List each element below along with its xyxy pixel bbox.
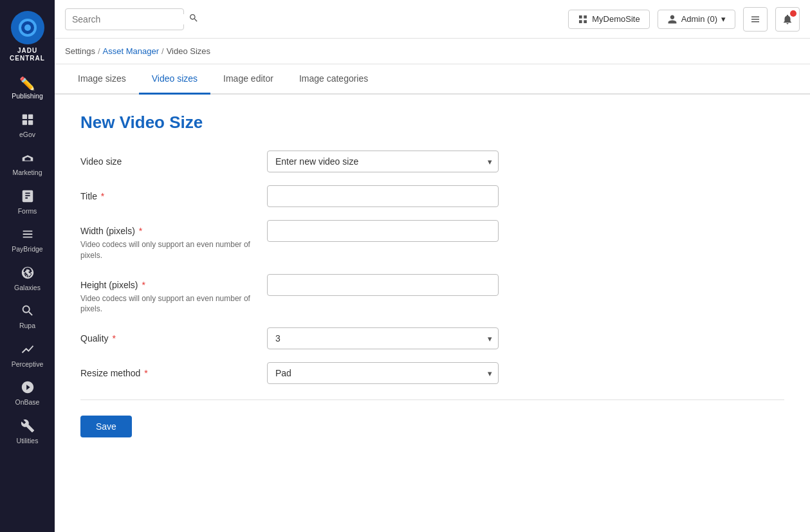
svg-rect-1 (28, 114, 32, 118)
rupa-icon (21, 304, 35, 320)
svg-rect-6 (584, 15, 587, 19)
svg-rect-3 (28, 120, 32, 124)
sidebar-logo[interactable]: JADU CENTRAL (0, 0, 55, 71)
video-size-select[interactable]: Enter new video size (267, 151, 499, 172)
sidebar: JADU CENTRAL ✏️ Publishing eGov Marketin… (0, 0, 55, 532)
galaxies-icon (21, 266, 35, 282)
tab-image-categories[interactable]: Image categories (286, 64, 381, 95)
tabs-bar: Image sizes Video sizes Image editor Ima… (55, 64, 810, 95)
width-input[interactable] (267, 220, 499, 242)
form-container: New Video Size Video size Enter new vide… (55, 95, 810, 532)
main-content: MyDemoSite Admin (0) ▾ Settings / Asset … (55, 0, 810, 532)
form-row-video-size: Video size Enter new video size ▾ (80, 151, 784, 172)
tab-image-sizes[interactable]: Image sizes (65, 64, 139, 95)
svg-rect-5 (579, 15, 582, 19)
admin-button[interactable]: Admin (0) ▾ (658, 10, 735, 29)
height-label: Height (pixels) * (80, 280, 145, 290)
quality-label: Quality * (80, 333, 116, 344)
sidebar-item-egov[interactable]: eGov (0, 106, 55, 145)
width-hint: Video codecs will only support an even n… (80, 239, 267, 261)
publishing-icon: ✏️ (19, 77, 35, 90)
sidebar-item-paybridge[interactable]: PayBridge (0, 221, 55, 259)
form-row-title: Title * (80, 185, 784, 207)
height-hint: Video codecs will only support an even n… (80, 293, 267, 315)
sidebar-item-forms[interactable]: Forms (0, 183, 55, 221)
form-row-height: Height (pixels) * Video codecs will only… (80, 274, 784, 315)
sidebar-item-onbase[interactable]: OnBase (0, 374, 55, 412)
quality-select[interactable]: 1 2 3 4 5 (267, 327, 499, 349)
breadcrumb: Settings / Asset Manager / Video Sizes (55, 39, 810, 64)
notification-dot (790, 10, 796, 17)
logo-circle (11, 11, 44, 44)
forms-icon (21, 189, 35, 205)
width-label: Width (pixels) * (80, 226, 142, 236)
tab-image-editor[interactable]: Image editor (210, 64, 286, 95)
svg-rect-0 (22, 114, 26, 118)
logo-text: JADU CENTRAL (10, 47, 45, 62)
perceptive-icon (21, 342, 35, 358)
site-button[interactable]: MyDemoSite (568, 10, 649, 29)
utilities-icon (21, 419, 35, 435)
resize-method-select[interactable]: Pad Crop Stretch (267, 362, 499, 384)
alerts-button[interactable] (775, 7, 800, 32)
page-body: New Video Size Video size Enter new vide… (55, 95, 810, 532)
video-size-label: Video size (80, 156, 122, 167)
height-input[interactable] (267, 274, 499, 296)
paybridge-icon (21, 227, 35, 243)
search-input[interactable] (72, 14, 185, 24)
form-row-quality: Quality * 1 2 3 4 5 ▾ (80, 327, 784, 349)
sidebar-item-rupa[interactable]: Rupa (0, 297, 55, 336)
marketing-icon (21, 151, 35, 167)
breadcrumb-asset-manager[interactable]: Asset Manager (103, 46, 159, 56)
form-divider (80, 399, 784, 400)
resize-method-label: Resize method * (80, 368, 148, 378)
search-icon (189, 13, 199, 26)
svg-rect-2 (22, 120, 26, 124)
save-button[interactable]: Save (80, 416, 132, 437)
tab-video-sizes[interactable]: Video sizes (139, 64, 210, 95)
svg-rect-7 (579, 20, 582, 23)
form-row-width: Width (pixels) * Video codecs will only … (80, 220, 784, 261)
notifications-button[interactable] (743, 7, 768, 32)
form-row-resize-method: Resize method * Pad Crop Stretch ▾ (80, 362, 784, 384)
sidebar-item-galaxies[interactable]: Galaxies (0, 259, 55, 298)
sidebar-item-publishing[interactable]: ✏️ Publishing (0, 71, 55, 106)
egov-icon (21, 113, 35, 129)
sidebar-item-marketing[interactable]: Marketing (0, 144, 55, 183)
title-input[interactable] (267, 185, 499, 207)
page-title: New Video Size (80, 113, 784, 133)
svg-rect-8 (584, 20, 587, 23)
sidebar-item-perceptive[interactable]: Perceptive (0, 336, 55, 374)
sidebar-item-utilities[interactable]: Utilities (0, 412, 55, 451)
search-box (65, 8, 184, 30)
title-label: Title * (80, 191, 104, 201)
topbar: MyDemoSite Admin (0) ▾ (55, 0, 810, 39)
onbase-icon (21, 380, 35, 396)
